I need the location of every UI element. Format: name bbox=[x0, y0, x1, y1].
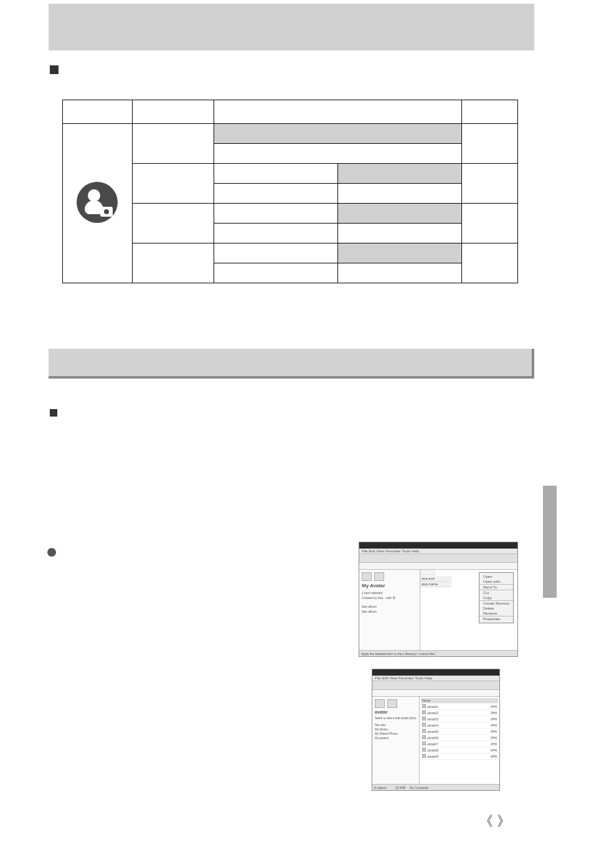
menu-item-properties[interactable]: Properties bbox=[479, 616, 513, 621]
file-row[interactable]: ddrak08.jpeg bbox=[421, 747, 498, 753]
section-bullet-2 bbox=[50, 407, 65, 418]
window-menubar-2[interactable]: File Edit View Favorites Tools Help bbox=[372, 676, 499, 681]
option-cell-2b-left bbox=[214, 184, 338, 204]
explorer-window-1: File Edit View Favorites Tools Help My A… bbox=[359, 542, 518, 657]
window-titlebar-2[interactable] bbox=[372, 669, 499, 676]
file-row[interactable]: ddrak07.jpeg bbox=[421, 741, 498, 747]
window-toolbar-2[interactable] bbox=[372, 681, 499, 690]
folder-icon bbox=[387, 699, 397, 708]
file-item-selected[interactable]: avatar1 bbox=[420, 570, 435, 575]
status-objects: 9 objects bbox=[374, 786, 387, 790]
pane-footer-link[interactable]: See album bbox=[362, 610, 417, 613]
option-cell-4a-left bbox=[214, 243, 338, 263]
file-icon bbox=[422, 748, 426, 752]
status-location: My Computer bbox=[410, 786, 428, 790]
file-row[interactable]: ddrak02.jpeg bbox=[421, 710, 498, 716]
pane-line: Created by Ava…with ID bbox=[362, 596, 417, 600]
window-addressbar-2[interactable] bbox=[372, 690, 499, 697]
th-page bbox=[462, 100, 518, 124]
file-row[interactable]: ddrak01.jpeg bbox=[421, 704, 498, 710]
option-cell-1b bbox=[214, 144, 462, 164]
option-cell-3b-left bbox=[214, 224, 338, 243]
folder-icon bbox=[375, 699, 385, 708]
pane-title-2: avatar bbox=[375, 710, 417, 714]
option-cell-4b-right bbox=[338, 263, 462, 283]
file-item[interactable]: ava.exe bbox=[420, 576, 451, 582]
folder-icon bbox=[374, 572, 384, 581]
option-cell-3b-right bbox=[338, 224, 462, 243]
category-cell-3 bbox=[132, 204, 214, 243]
file-row[interactable]: ddrak03.jpeg bbox=[421, 716, 498, 722]
window-menubar-1[interactable]: File Edit View Favorites Tools Help bbox=[359, 549, 517, 554]
menu-item-open-with[interactable]: Open with… bbox=[479, 579, 513, 584]
status-bar-1: Apply the selected item to the { directo… bbox=[359, 650, 517, 656]
category-cell-2 bbox=[132, 164, 214, 204]
pane-footer-link[interactable]: See album bbox=[362, 605, 417, 608]
option-cell-2a-right bbox=[338, 164, 462, 184]
page-cell-4 bbox=[462, 243, 518, 283]
menu-item-delete[interactable]: Delete bbox=[479, 606, 513, 611]
option-cell-3a-left bbox=[214, 204, 338, 224]
side-tab bbox=[543, 486, 557, 598]
file-icon bbox=[422, 742, 426, 745]
window-addressbar-1[interactable] bbox=[359, 563, 517, 570]
file-icon bbox=[422, 723, 426, 727]
option-cell-4a-right bbox=[338, 243, 462, 263]
pane-line: 1 item selected bbox=[362, 591, 417, 595]
file-row[interactable]: ddrak09.jpeg bbox=[421, 753, 498, 760]
option-cell-2a-left bbox=[214, 164, 338, 184]
pane-link[interactable]: My present bbox=[375, 737, 417, 740]
folder-icon bbox=[362, 572, 372, 581]
file-pane-2[interactable]: Name ddrak01.jpeg ddrak02.jpeg ddrak03.j… bbox=[420, 697, 499, 784]
th-option bbox=[214, 100, 462, 124]
file-pane-1[interactable]: avatar1 ava.exe ava.name Open Open with…… bbox=[420, 570, 517, 650]
option-cell-2b-right bbox=[338, 184, 462, 204]
file-icon bbox=[422, 717, 426, 720]
th-category bbox=[132, 100, 214, 124]
menu-item-create-shortcut[interactable]: Create Shortcut bbox=[479, 600, 513, 606]
th-icon bbox=[63, 100, 133, 124]
status-size: 22.4KB bbox=[395, 786, 405, 790]
col-name: Name bbox=[422, 699, 430, 702]
file-icon bbox=[422, 729, 426, 733]
file-row[interactable]: ddrak06.jpeg bbox=[421, 735, 498, 741]
option-cell-1a bbox=[214, 124, 462, 144]
file-icon bbox=[422, 754, 426, 758]
person-camera-icon bbox=[77, 182, 118, 223]
left-pane-2: avatar Select to view a real avatar phot… bbox=[372, 697, 420, 784]
category-cell-4 bbox=[132, 243, 214, 283]
pane-link[interactable]: My photos… bbox=[375, 728, 417, 731]
page-number: 《 》 bbox=[479, 812, 511, 831]
option-cell-4b-left bbox=[214, 263, 338, 283]
mode-icon-cell bbox=[63, 124, 133, 283]
explorer-window-2: File Edit View Favorites Tools Help avat… bbox=[372, 669, 500, 791]
window-titlebar-1[interactable] bbox=[359, 542, 517, 549]
file-icon bbox=[422, 735, 426, 739]
menu-item-send-to[interactable]: Send To bbox=[479, 584, 513, 590]
file-item[interactable]: ava.name bbox=[420, 582, 451, 587]
step-bullet bbox=[47, 548, 56, 557]
column-header[interactable]: Name bbox=[421, 698, 498, 704]
category-cell-1 bbox=[132, 124, 214, 164]
window-toolbar-1[interactable] bbox=[359, 554, 517, 563]
file-icon bbox=[422, 704, 426, 708]
file-row[interactable]: ddrak04.jpeg bbox=[421, 722, 498, 729]
file-row[interactable]: ddrak05.jpeg bbox=[421, 729, 498, 735]
menu-item-cut[interactable]: Cut bbox=[479, 590, 513, 595]
status-bar-2: 9 objects 22.4KB My Computer bbox=[372, 784, 499, 790]
page-cell-1 bbox=[462, 124, 518, 164]
pane-line: See also bbox=[375, 724, 417, 727]
file-icon bbox=[422, 710, 426, 714]
pane-link[interactable]: My Shared Photos bbox=[375, 732, 417, 735]
menu-item-copy[interactable]: Copy bbox=[479, 595, 513, 600]
section-bullet-1 bbox=[50, 64, 66, 75]
header-band bbox=[49, 4, 534, 50]
pane-title-1: My Avatar bbox=[362, 583, 417, 588]
menu-item-rename[interactable]: Rename bbox=[479, 611, 513, 616]
pane-line: Select to view a real avatar photo bbox=[375, 717, 417, 720]
page-cell-2 bbox=[462, 164, 518, 204]
menu-item-open[interactable]: Open bbox=[479, 574, 513, 579]
option-cell-3a-right bbox=[338, 204, 462, 224]
left-pane-1: My Avatar 1 item selected Created by Ava… bbox=[359, 570, 420, 650]
context-menu[interactable]: Open Open with… Send To Cut Copy Create … bbox=[479, 572, 514, 623]
